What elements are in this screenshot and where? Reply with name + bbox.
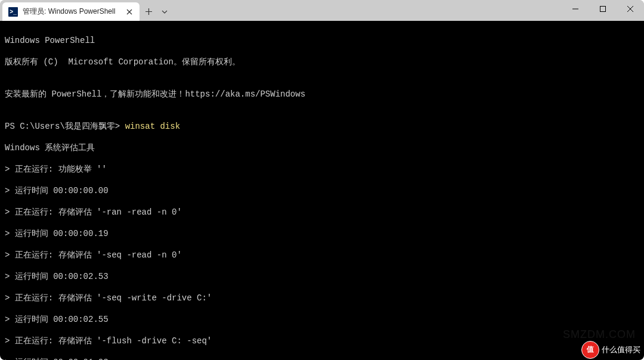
close-window-button[interactable] [617, 0, 644, 18]
terminal-line: > 正在运行: 存储评估 '-ran -read -n 0' [5, 207, 639, 218]
app-window: >_ 管理员: Windows PowerShell Windows Power… [0, 0, 644, 360]
tab-powershell[interactable]: >_ 管理员: Windows PowerShell [2, 2, 140, 21]
plus-icon [145, 8, 152, 15]
watermark-faint: SMZDM.COM [563, 329, 636, 340]
terminal-line: > 正在运行: 功能枚举 '' [5, 164, 639, 175]
command-text: winsat disk [125, 122, 180, 131]
watermark-text: 什么值得买 [602, 345, 640, 355]
close-icon [126, 9, 132, 15]
terminal-line: 安装最新的 PowerShell，了解新功能和改进！https://aka.ms… [5, 89, 639, 100]
tab-close-button[interactable] [124, 7, 135, 17]
prompt-prefix: PS C:\Users\我是四海飘零> [5, 122, 125, 131]
minimize-button[interactable] [562, 0, 589, 18]
terminal-line: 版权所有 (C) Microsoft Corporation。保留所有权利。 [5, 57, 639, 67]
terminal-line: > 正在运行: 存储评估 '-seq -read -n 0' [5, 250, 639, 260]
tab-dropdown-button[interactable] [157, 2, 172, 21]
chevron-down-icon [162, 10, 168, 14]
minimize-icon [572, 6, 578, 12]
terminal-line: > 运行时间 00:00:00.00 [5, 185, 639, 196]
terminal-line: > 运行时间 00:00:01.03 [5, 357, 639, 360]
watermark: 值 什么值得买 [581, 341, 640, 359]
titlebar: >_ 管理员: Windows PowerShell [0, 0, 644, 21]
svg-rect-5 [600, 7, 606, 12]
terminal-line: > 正在运行: 存储评估 '-seq -write -drive C:' [5, 293, 639, 303]
tab-title: 管理员: Windows PowerShell [23, 7, 119, 17]
terminal-line: > 运行时间 00:00:02.55 [5, 314, 639, 325]
terminal-line: > 正在运行: 存储评估 '-flush -drive C: -seq' [5, 336, 639, 346]
prompt-line: PS C:\Users\我是四海飘零> winsat disk [5, 121, 639, 132]
terminal-line: Windows 系统评估工具 [5, 142, 639, 153]
terminal-area[interactable]: Windows PowerShell 版权所有 (C) Microsoft Co… [0, 21, 644, 360]
maximize-icon [600, 6, 606, 12]
watermark-badge: 值 [581, 341, 599, 359]
powershell-icon: >_ [8, 7, 18, 17]
close-icon [627, 6, 633, 12]
terminal-line: > 运行时间 00:00:02.53 [5, 271, 639, 282]
new-tab-button[interactable] [140, 2, 157, 21]
terminal-line: Windows PowerShell [5, 35, 639, 46]
titlebar-drag-area[interactable] [172, 0, 562, 21]
maximize-button[interactable] [589, 0, 617, 18]
terminal-line: > 运行时间 00:00:00.19 [5, 228, 639, 239]
